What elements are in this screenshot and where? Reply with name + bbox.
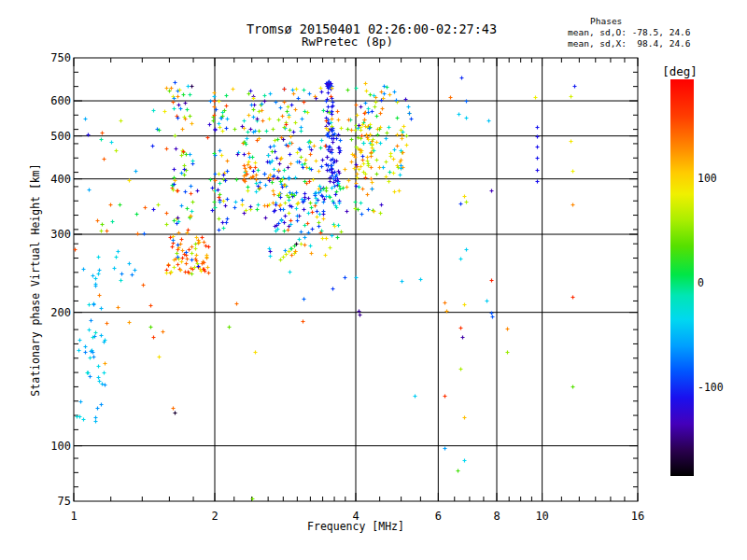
scatter-point bbox=[304, 159, 308, 162]
scatter-point bbox=[392, 172, 396, 175]
scatter-point bbox=[100, 138, 104, 142]
scatter-point bbox=[263, 204, 267, 208]
scatter-point bbox=[207, 272, 211, 275]
x-tick-label: 6 bbox=[435, 510, 442, 523]
scatter-point bbox=[97, 376, 101, 380]
scatter-point bbox=[247, 114, 251, 118]
scatter-point bbox=[186, 258, 190, 261]
scatter-point bbox=[401, 137, 404, 141]
scatter-point bbox=[289, 135, 293, 139]
scatter-point bbox=[181, 128, 185, 132]
scatter-point bbox=[379, 212, 383, 216]
scatter-point bbox=[252, 116, 256, 119]
scatter-point bbox=[115, 149, 119, 153]
scatter-point bbox=[171, 245, 175, 249]
scatter-point bbox=[117, 250, 120, 254]
scatter-point bbox=[88, 189, 92, 192]
scatter-point bbox=[252, 170, 256, 174]
scatter-point bbox=[176, 263, 180, 267]
scatter-point bbox=[254, 161, 258, 165]
scatter-point bbox=[100, 307, 104, 311]
scatter-point bbox=[457, 469, 460, 473]
scatter-point bbox=[388, 126, 391, 130]
y-tick-label: 200 bbox=[50, 306, 71, 319]
scatter-point bbox=[303, 192, 307, 196]
colorbar bbox=[670, 79, 694, 476]
ionogram-plot: Tromsø 20150401 02:26:00-02:27:43 RwPret… bbox=[0, 0, 747, 560]
scatter-point bbox=[273, 145, 276, 148]
scatter-point bbox=[355, 276, 359, 280]
scatter-point bbox=[100, 230, 104, 233]
scatter-point bbox=[375, 141, 379, 145]
scatter-point bbox=[273, 193, 276, 197]
scatter-point bbox=[225, 127, 229, 131]
scatter-point bbox=[362, 142, 366, 146]
scatter-point bbox=[322, 210, 326, 214]
scatter-point bbox=[570, 95, 573, 99]
scatter-point bbox=[294, 121, 298, 125]
y-axis-title: Stationary phase Virtual Height [km] bbox=[29, 163, 42, 396]
scatter-point bbox=[254, 351, 258, 355]
scatter-point bbox=[226, 217, 230, 221]
scatter-point bbox=[88, 303, 92, 307]
scatter-point bbox=[213, 201, 217, 204]
phases-mean-sd-x: mean, sd,X: 98.4, 24.6 bbox=[568, 38, 691, 49]
scatter-point bbox=[94, 416, 98, 420]
scatter-point bbox=[309, 153, 313, 157]
scatter-point bbox=[284, 202, 288, 205]
scatter-point bbox=[364, 82, 368, 86]
scatter-point bbox=[402, 125, 406, 129]
scatter-point bbox=[258, 130, 261, 133]
scatter-point bbox=[337, 224, 341, 228]
scatter-point bbox=[78, 415, 82, 419]
scatter-point bbox=[303, 298, 306, 301]
scatter-point bbox=[255, 178, 259, 182]
scatter-point bbox=[275, 157, 279, 161]
scatter-point bbox=[459, 203, 463, 206]
scatter-point bbox=[246, 137, 249, 141]
scatter-point bbox=[120, 119, 123, 123]
scatter-point bbox=[243, 153, 247, 157]
scatter-point bbox=[220, 154, 224, 158]
scatter-point bbox=[570, 140, 573, 144]
scatter-point bbox=[571, 203, 575, 207]
scatter-point bbox=[292, 131, 296, 134]
scatter-point bbox=[218, 217, 221, 221]
scatter-point bbox=[190, 85, 194, 89]
x-tick-label: 16 bbox=[631, 510, 644, 523]
scatter-point bbox=[371, 110, 374, 114]
scatter-point bbox=[317, 170, 321, 174]
scatter-point bbox=[283, 88, 287, 91]
scatter-point bbox=[176, 252, 179, 256]
scatter-point bbox=[310, 252, 314, 256]
scatter-point bbox=[283, 169, 287, 173]
scatter-point bbox=[294, 108, 298, 112]
scatter-point bbox=[506, 328, 510, 331]
scatter-point bbox=[350, 138, 354, 142]
scatter-point bbox=[181, 257, 185, 260]
scatter-point bbox=[310, 206, 314, 210]
scatter-point bbox=[84, 351, 88, 355]
scatter-point bbox=[300, 126, 303, 130]
scatter-point bbox=[303, 236, 307, 240]
scatter-point bbox=[327, 91, 331, 95]
scatter-point bbox=[143, 232, 147, 236]
scatter-point bbox=[92, 356, 96, 359]
scatter-point bbox=[94, 331, 98, 335]
scatter-point bbox=[288, 212, 291, 216]
scatter-point bbox=[279, 106, 283, 110]
scatter-point bbox=[214, 173, 218, 176]
scatter-point bbox=[355, 87, 359, 91]
scatter-point bbox=[120, 273, 124, 276]
scatter-point bbox=[385, 161, 388, 164]
scatter-point bbox=[465, 201, 469, 204]
scatter-point bbox=[222, 227, 226, 231]
scatter-point bbox=[289, 153, 292, 157]
scatter-point bbox=[235, 302, 239, 306]
scatter-point bbox=[190, 192, 193, 196]
y-tick-label: 300 bbox=[50, 228, 71, 241]
scatter-point bbox=[190, 210, 194, 214]
scatter-point bbox=[318, 213, 322, 217]
scatter-point bbox=[218, 126, 222, 130]
scatter-point bbox=[361, 155, 365, 159]
